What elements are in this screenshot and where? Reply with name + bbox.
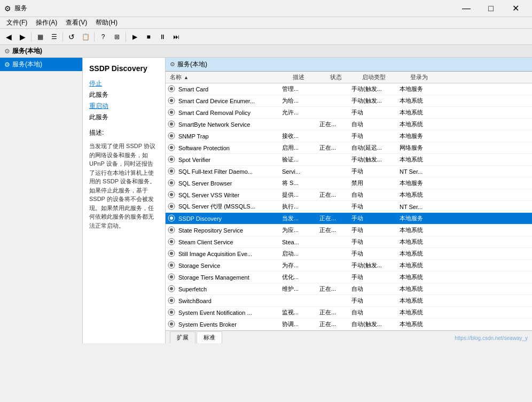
svg-point-15 [170, 169, 173, 173]
service-desc: 验证... [282, 156, 319, 164]
restart-button[interactable]: ⏭ [170, 31, 183, 43]
service-row[interactable]: SwitchBoard 手动 本地系统 [166, 295, 532, 307]
service-row[interactable]: Storage Tiers Management 优化... 手动 本地系统 [166, 272, 532, 283]
svg-point-41 [170, 322, 173, 326]
menu-help[interactable]: 帮助(H) [91, 17, 122, 28]
service-desc: 提供... [282, 191, 319, 199]
left-panel: ⚙ 服务(本地) [0, 58, 83, 343]
content-area: ⚙ 服务(本地) SSDP Discovery 停止 此服务 重启动 此服务 描… [0, 58, 532, 343]
service-name: Storage Tiers Management [178, 274, 249, 281]
export-button[interactable]: 📋 [79, 31, 92, 43]
service-login: 本地系统 [400, 320, 442, 328]
col-header-name[interactable]: 名称 ▲ [168, 73, 291, 81]
maximize-button[interactable]: □ [479, 0, 503, 17]
forward-button[interactable]: ▶ [16, 31, 29, 43]
service-login: 本地系统 [400, 226, 442, 234]
service-row[interactable]: Superfetch 维护... 正在... 自动 本地系统 [166, 283, 532, 295]
right-panel: ⚙ 服务(本地) 名称 ▲ 描述 状态 启动类型 登录为 [166, 58, 532, 343]
col-header-desc[interactable]: 描述 [291, 73, 328, 81]
service-row[interactable]: System Events Broker 协调... 正在... 自动(触发..… [166, 319, 532, 330]
service-name: Smart Card Device Enumer... [178, 98, 255, 104]
services-list[interactable]: Smart Card 管理... 手动(触发... 本地服务 Smart Car… [166, 83, 532, 330]
service-login: NT Ser... [400, 204, 442, 210]
svg-point-21 [170, 205, 173, 208]
service-startup: 手动 [351, 203, 400, 211]
service-row[interactable]: Software Protection 启用... 正在... 自动(延迟...… [166, 142, 532, 154]
service-row[interactable]: Spot Verifier 验证... 手动(触发... 本地系统 [166, 154, 532, 166]
service-row[interactable]: SSDP Discovery 当发... 正在... 手动 本地服务 [166, 213, 532, 225]
service-name: SwitchBoard [178, 298, 212, 304]
minimize-button[interactable]: — [454, 0, 479, 17]
tree-icon: ⚙ [4, 61, 10, 68]
service-row[interactable]: SNMP Trap 接收... 手动 本地服务 [166, 130, 532, 142]
service-row[interactable]: SQL Server 代理 (MSSQLS... 执行... 手动 NT Ser… [166, 201, 532, 213]
service-desc: 接收... [282, 132, 319, 140]
service-icon [168, 308, 176, 317]
service-startup: 手动(触发... [351, 97, 400, 105]
services-panel-header: ⚙ 服务(本地) [166, 58, 532, 72]
service-login: 本地系统 [400, 250, 442, 258]
toolbar-sep-1 [31, 32, 32, 42]
service-icon [168, 214, 176, 223]
restart-service-link[interactable]: 重启动 [89, 102, 159, 111]
service-row[interactable]: System Event Notification ... 监视... 正在..… [166, 307, 532, 319]
service-row[interactable]: Smart Card 管理... 手动(触发... 本地服务 [166, 83, 532, 95]
service-startup: 手动 [351, 226, 400, 234]
pause-button[interactable]: ⏸ [156, 31, 169, 43]
service-row[interactable]: SmartByte Network Service 正在... 自动 本地系统 [166, 119, 532, 130]
window-controls: — □ ✕ [454, 0, 528, 17]
service-row[interactable]: Steam Client Service Stea... 手动 本地系统 [166, 236, 532, 248]
tree-button[interactable]: ⊞ [111, 31, 123, 43]
menu-view[interactable]: 查看(V) [61, 17, 91, 28]
service-row[interactable]: State Repository Service 为应... 正在... 手动 … [166, 225, 532, 236]
service-row[interactable]: Still Image Acquisition Eve... 启动... 手动 … [166, 248, 532, 260]
svg-point-25 [170, 228, 173, 231]
svg-point-35 [170, 287, 173, 290]
service-name: SQL Full-text Filter Daemo... [178, 168, 253, 175]
service-status: 正在... [319, 191, 351, 199]
services-header-icon: ⚙ [170, 61, 175, 68]
service-login: NT Ser... [400, 168, 442, 175]
service-icon [168, 85, 176, 94]
toolbar: ◀ ▶ ▦ ☰ ↺ 📋 ? ⊞ ▶ ■ ⏸ ⏭ [0, 29, 532, 45]
svg-point-3 [170, 99, 173, 102]
service-status: 正在... [319, 144, 351, 152]
service-name: Superfetch [178, 286, 207, 292]
service-row[interactable]: SQL Full-text Filter Daemo... Servi... 手… [166, 166, 532, 177]
col-header-startup[interactable]: 启动类型 [360, 73, 408, 81]
col-header-status[interactable]: 状态 [328, 73, 360, 81]
tab-standard[interactable]: 标准 [197, 331, 222, 343]
close-button[interactable]: ✕ [503, 0, 528, 17]
tree-item-local-services[interactable]: ⚙ 服务(本地) [0, 58, 82, 71]
service-icon [168, 261, 176, 270]
service-row[interactable]: Smart Card Removal Policy 允许... 手动 本地系统 [166, 107, 532, 119]
service-row[interactable]: Smart Card Device Enumer... 为给... 手动(触发.… [166, 95, 532, 107]
service-desc: 启动... [282, 250, 319, 258]
menu-action[interactable]: 操作(A) [32, 17, 61, 28]
service-row[interactable]: SQL Server Browser 将 S... 禁用 本地服务 [166, 177, 532, 189]
list-view-button[interactable]: ☰ [48, 31, 60, 43]
service-row[interactable]: SQL Server VSS Writer 提供... 正在... 自动 本地系… [166, 189, 532, 201]
svg-point-17 [170, 181, 173, 184]
service-name: SSDP Discovery [178, 215, 222, 222]
col-header-login[interactable]: 登录为 [408, 73, 451, 81]
stop-button[interactable]: ■ [142, 31, 155, 43]
restart-suffix: 此服务 [89, 113, 108, 121]
service-desc: 启用... [282, 144, 319, 152]
stop-service-link[interactable]: 停止 [89, 79, 159, 88]
back-button[interactable]: ◀ [2, 31, 15, 43]
help-button[interactable]: ? [97, 31, 109, 43]
service-desc: 为存... [282, 261, 319, 269]
service-name: Steam Client Service [178, 239, 233, 245]
service-status: 正在... [319, 285, 351, 293]
show-hide-button[interactable]: ▦ [34, 31, 46, 43]
service-row[interactable]: Storage Service 为存... 手动(触发... 本地系统 [166, 260, 532, 272]
tab-expand[interactable]: 扩展 [170, 331, 195, 343]
refresh-button[interactable]: ↺ [65, 31, 78, 43]
service-name: System Events Broker [178, 321, 237, 328]
service-desc: 监视... [282, 308, 319, 316]
menu-file[interactable]: 文件(F) [2, 17, 32, 28]
play-button[interactable]: ▶ [128, 31, 141, 43]
column-headers: 名称 ▲ 描述 状态 启动类型 登录为 [166, 72, 532, 83]
svg-point-37 [170, 299, 173, 302]
